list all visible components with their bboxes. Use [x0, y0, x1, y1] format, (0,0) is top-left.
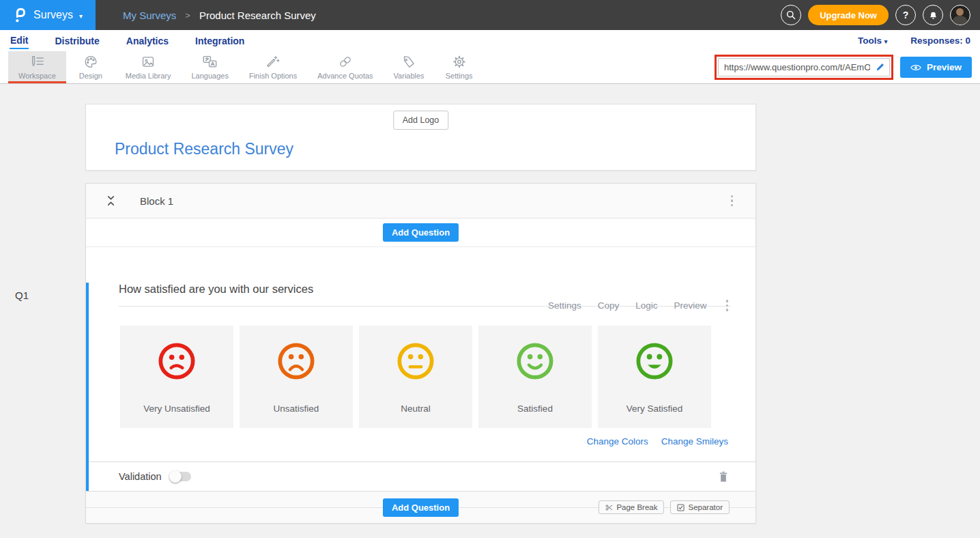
image-icon — [141, 55, 156, 69]
block-menu-button[interactable] — [728, 193, 736, 210]
block-container: Block 1 Add Question Settings Copy Logic… — [85, 183, 756, 524]
scissors-icon — [605, 504, 613, 511]
questionpro-logo — [13, 6, 27, 24]
section-nav: Edit Distribute Analytics Integration To… — [0, 30, 980, 51]
toolbar-item-settings[interactable]: Settings — [435, 51, 484, 83]
breadcrumb: My Surveys > Product Research Survey — [123, 10, 316, 21]
search-icon — [786, 10, 796, 20]
tab-distribute[interactable]: Distribute — [54, 33, 100, 48]
question-card: Settings Copy Logic Preview How satisfie… — [86, 283, 755, 491]
toolbar-item-finish-options[interactable]: Finish Options — [239, 51, 307, 83]
toolbar-item-workspace[interactable]: Workspace — [8, 51, 66, 83]
notifications-button[interactable] — [923, 5, 943, 25]
block-header: Block 1 — [86, 184, 755, 218]
smiley-option-very-satisfied[interactable]: Very Satisfied — [598, 326, 711, 428]
product-label: Surveys — [33, 9, 73, 21]
search-button[interactable] — [781, 5, 801, 25]
add-question-button-top[interactable]: Add Question — [383, 223, 459, 242]
collapse-block-button[interactable] — [106, 195, 116, 206]
chain-link-icon — [338, 55, 353, 69]
survey-header-card: Add Logo Product Research Survey — [85, 104, 756, 171]
pencil-icon — [876, 62, 885, 72]
survey-editor: Surveys ▾ My Surveys > Product Research … — [0, 0, 980, 538]
very-unsatisfied-smiley-icon — [156, 340, 198, 382]
question-menu-button[interactable] — [723, 297, 732, 314]
question-logic-link[interactable]: Logic — [635, 300, 657, 311]
satisfied-smiley-icon — [514, 340, 556, 382]
smiley-option-very-unsatisfied[interactable]: Very Unsatisfied — [120, 326, 233, 428]
block-title[interactable]: Block 1 — [140, 195, 173, 207]
change-colors-link[interactable]: Change Colors — [587, 436, 648, 447]
tab-analytics[interactable]: Analytics — [126, 33, 169, 48]
edit-toolbar: Workspace Design Media Library — [0, 51, 980, 84]
breadcrumb-current-survey: Product Research Survey — [199, 10, 316, 21]
toolbar-item-media-library[interactable]: Media Library — [115, 51, 182, 83]
unsatisfied-smiley-icon — [275, 340, 317, 382]
question-preview-link[interactable]: Preview — [674, 300, 706, 311]
top-bar-right: My Surveys > Product Research Survey Upg… — [96, 0, 980, 30]
add-question-row-top: Add Question — [86, 218, 755, 247]
validation-label: Validation — [119, 471, 162, 482]
smiley-customize-links: Change Colors Change Smileys — [89, 436, 728, 447]
edit-url-button[interactable] — [876, 62, 885, 74]
help-button[interactable]: ? — [895, 5, 916, 25]
responses-count: Responses: 0 — [910, 36, 970, 46]
validation-toggle[interactable] — [171, 472, 191, 481]
page-break-button[interactable]: Page Break — [599, 500, 664, 514]
separator-button[interactable]: Separator — [670, 500, 730, 514]
trash-icon — [719, 471, 728, 483]
eye-icon — [910, 63, 921, 72]
chevron-down-icon: ▾ — [79, 12, 83, 20]
palette-icon — [83, 55, 98, 69]
toolbar-item-advance-quotas[interactable]: Advance Quotas — [307, 51, 383, 83]
very-satisfied-smiley-icon — [633, 340, 676, 382]
workspace-canvas: Q1 Add Logo Product Research Survey Bloc… — [0, 85, 980, 538]
delete-question-button[interactable] — [719, 471, 728, 483]
tag-icon — [401, 55, 416, 69]
smiley-scale: Very Unsatisfied Unsatisfied — [120, 326, 755, 428]
smiley-option-unsatisfied[interactable]: Unsatisfied — [240, 326, 353, 428]
toolbar-item-design[interactable]: Design — [66, 51, 115, 83]
share-url-highlight — [715, 55, 893, 80]
checkbox-icon — [677, 504, 684, 511]
tools-dropdown[interactable]: Tools ▾ — [858, 36, 887, 46]
preview-button[interactable]: Preview — [900, 57, 972, 78]
block-footer: Add Question Page Break — [86, 491, 755, 523]
translate-icon — [202, 55, 218, 69]
add-logo-button[interactable]: Add Logo — [393, 111, 449, 130]
validation-row: Validation — [89, 462, 755, 491]
change-smileys-link[interactable]: Change Smileys — [661, 436, 728, 447]
survey-title[interactable]: Product Research Survey — [115, 140, 293, 158]
neutral-smiley-icon — [394, 340, 437, 382]
toolbar-item-languages[interactable]: Languages — [181, 51, 238, 83]
share-url-input[interactable] — [718, 58, 890, 76]
smiley-option-satisfied[interactable]: Satisfied — [478, 326, 592, 428]
collapse-icon — [106, 195, 116, 206]
bell-icon — [928, 10, 938, 20]
question-copy-link[interactable]: Copy — [598, 300, 620, 311]
workspace-icon — [29, 55, 45, 69]
user-avatar[interactable] — [950, 5, 970, 25]
top-bar: Surveys ▾ My Surveys > Product Research … — [0, 0, 980, 30]
smiley-option-neutral[interactable]: Neutral — [359, 326, 472, 428]
breadcrumb-separator: > — [185, 10, 190, 20]
toolbar-item-variables[interactable]: Variables — [384, 51, 435, 83]
question-actions: Settings Copy Logic Preview — [548, 297, 731, 314]
tab-integration[interactable]: Integration — [194, 33, 245, 48]
tab-edit[interactable]: Edit — [10, 32, 29, 49]
question-settings-link[interactable]: Settings — [548, 300, 581, 311]
question-number-label: Q1 — [15, 289, 29, 301]
add-question-button-bottom[interactable]: Add Question — [383, 498, 459, 517]
gear-icon — [452, 55, 467, 69]
chevron-down-icon: ▾ — [884, 38, 888, 45]
magic-wand-icon — [265, 55, 280, 69]
product-switcher[interactable]: Surveys ▾ — [0, 0, 96, 30]
question-mark-icon: ? — [903, 10, 909, 20]
upgrade-now-button[interactable]: Upgrade Now — [808, 5, 889, 25]
breadcrumb-my-surveys[interactable]: My Surveys — [123, 10, 176, 21]
